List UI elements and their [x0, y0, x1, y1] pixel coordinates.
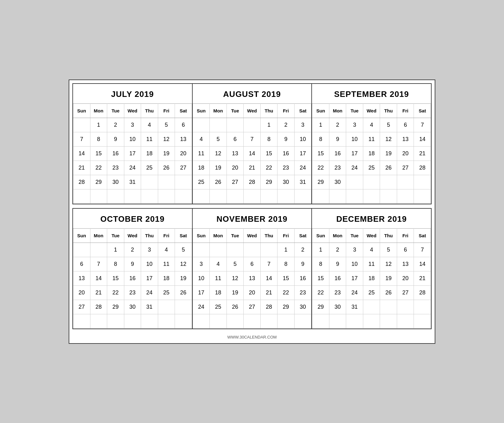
calendar-day[interactable]: 16	[329, 146, 346, 161]
calendar-day[interactable]: 3	[141, 243, 158, 257]
calendar-day[interactable]: 19	[175, 271, 192, 285]
calendar-day[interactable]: 8	[312, 257, 329, 271]
calendar-day[interactable]: 15	[90, 146, 107, 161]
calendar-day[interactable]: 12	[210, 146, 227, 161]
calendar-day[interactable]: 29	[312, 300, 329, 314]
calendar-day[interactable]: 18	[363, 271, 380, 285]
calendar-day[interactable]: 19	[227, 285, 244, 300]
calendar-day[interactable]: 29	[260, 175, 277, 189]
calendar-day[interactable]: 20	[244, 285, 261, 300]
calendar-day[interactable]: 26	[380, 161, 397, 175]
calendar-day[interactable]: 4	[158, 243, 175, 257]
calendar-day[interactable]: 9	[277, 132, 295, 146]
calendar-day[interactable]: 13	[227, 146, 244, 161]
calendar-day[interactable]: 5	[380, 118, 397, 132]
calendar-day[interactable]: 27	[397, 161, 414, 175]
calendar-day[interactable]: 16	[107, 146, 124, 161]
calendar-day[interactable]: 18	[141, 146, 158, 161]
calendar-day[interactable]: 6	[73, 257, 90, 271]
calendar-day[interactable]: 20	[227, 161, 244, 175]
calendar-day[interactable]: 15	[312, 146, 329, 161]
calendar-day[interactable]: 18	[193, 161, 210, 175]
calendar-day[interactable]: 17	[346, 146, 363, 161]
calendar-day[interactable]: 23	[294, 285, 311, 300]
calendar-day[interactable]: 9	[329, 132, 346, 146]
calendar-day[interactable]: 9	[294, 257, 311, 271]
calendar-day[interactable]: 12	[227, 271, 244, 285]
calendar-day[interactable]: 23	[329, 161, 346, 175]
calendar-day[interactable]: 14	[260, 271, 277, 285]
calendar-day[interactable]: 31	[124, 175, 141, 189]
calendar-day[interactable]: 8	[90, 132, 107, 146]
calendar-day[interactable]: 30	[124, 300, 141, 314]
calendar-day[interactable]: 5	[210, 132, 227, 146]
calendar-day[interactable]: 15	[312, 271, 329, 285]
calendar-day[interactable]: 22	[312, 161, 329, 175]
calendar-day[interactable]: 22	[107, 285, 124, 300]
calendar-day[interactable]: 17	[124, 146, 141, 161]
calendar-day[interactable]: 11	[158, 257, 175, 271]
calendar-day[interactable]: 24	[141, 285, 158, 300]
calendar-day[interactable]: 28	[414, 285, 431, 300]
calendar-day[interactable]: 15	[260, 146, 277, 161]
calendar-day[interactable]: 17	[346, 271, 363, 285]
calendar-day[interactable]: 8	[107, 257, 124, 271]
calendar-day[interactable]: 1	[90, 118, 107, 132]
calendar-day[interactable]: 24	[346, 161, 363, 175]
calendar-day[interactable]: 6	[244, 257, 261, 271]
calendar-day[interactable]: 3	[346, 118, 363, 132]
calendar-day[interactable]: 10	[193, 271, 210, 285]
calendar-day[interactable]: 27	[397, 285, 414, 300]
calendar-day[interactable]: 19	[380, 146, 397, 161]
calendar-day[interactable]: 4	[210, 257, 227, 271]
calendar-day[interactable]: 10	[346, 257, 363, 271]
calendar-day[interactable]: 7	[414, 243, 431, 257]
calendar-day[interactable]: 27	[227, 175, 244, 189]
calendar-day[interactable]: 29	[277, 300, 295, 314]
calendar-day[interactable]: 21	[260, 285, 277, 300]
calendar-day[interactable]: 4	[193, 132, 210, 146]
calendar-day[interactable]: 14	[73, 146, 90, 161]
calendar-day[interactable]: 10	[124, 132, 141, 146]
calendar-day[interactable]: 15	[277, 271, 295, 285]
calendar-day[interactable]: 24	[294, 161, 311, 175]
calendar-day[interactable]: 17	[141, 271, 158, 285]
calendar-day[interactable]: 9	[124, 257, 141, 271]
calendar-day[interactable]: 27	[73, 300, 90, 314]
calendar-day[interactable]: 21	[73, 161, 90, 175]
calendar-day[interactable]: 14	[414, 132, 431, 146]
calendar-day[interactable]: 8	[260, 132, 277, 146]
calendar-day[interactable]: 6	[227, 132, 244, 146]
calendar-day[interactable]: 3	[346, 243, 363, 257]
calendar-day[interactable]: 29	[312, 175, 329, 189]
calendar-day[interactable]: 9	[329, 257, 346, 271]
calendar-day[interactable]: 21	[414, 146, 431, 161]
calendar-day[interactable]: 5	[380, 243, 397, 257]
calendar-day[interactable]: 30	[329, 175, 346, 189]
calendar-day[interactable]: 22	[312, 285, 329, 300]
calendar-day[interactable]: 23	[277, 161, 295, 175]
calendar-day[interactable]: 20	[73, 285, 90, 300]
calendar-day[interactable]: 26	[210, 175, 227, 189]
calendar-day[interactable]: 16	[294, 271, 311, 285]
calendar-day[interactable]: 2	[294, 243, 311, 257]
calendar-day[interactable]: 26	[158, 161, 175, 175]
calendar-day[interactable]: 13	[73, 271, 90, 285]
calendar-day[interactable]: 18	[158, 271, 175, 285]
calendar-day[interactable]: 28	[90, 300, 107, 314]
calendar-day[interactable]: 7	[260, 257, 277, 271]
calendar-day[interactable]: 22	[260, 161, 277, 175]
calendar-day[interactable]: 7	[244, 132, 261, 146]
calendar-day[interactable]: 23	[124, 285, 141, 300]
calendar-day[interactable]: 16	[329, 271, 346, 285]
calendar-day[interactable]: 11	[193, 146, 210, 161]
calendar-day[interactable]: 18	[363, 146, 380, 161]
calendar-day[interactable]: 11	[363, 257, 380, 271]
calendar-day[interactable]: 19	[158, 146, 175, 161]
calendar-day[interactable]: 31	[141, 300, 158, 314]
calendar-day[interactable]: 24	[346, 285, 363, 300]
calendar-day[interactable]: 15	[107, 271, 124, 285]
calendar-day[interactable]: 27	[175, 161, 192, 175]
calendar-day[interactable]: 11	[363, 132, 380, 146]
calendar-day[interactable]: 4	[363, 243, 380, 257]
